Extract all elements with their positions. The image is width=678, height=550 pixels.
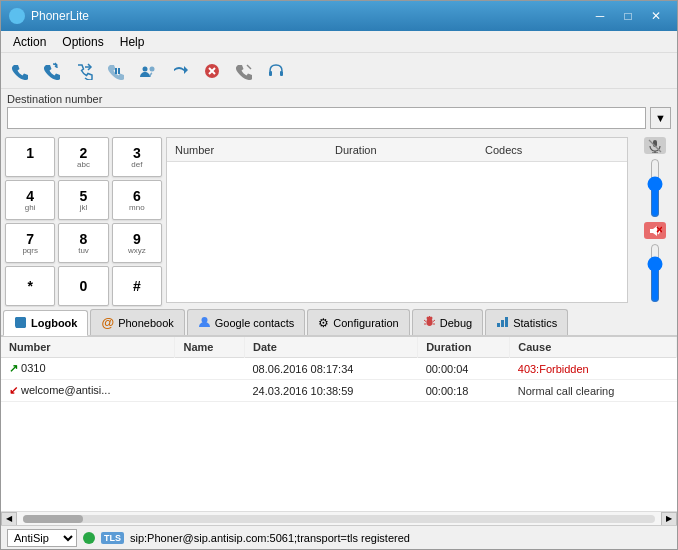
tab-google-contacts[interactable]: Google contacts xyxy=(187,309,306,335)
col-date: Date xyxy=(244,337,417,358)
destination-input[interactable] xyxy=(7,107,646,129)
scroll-right-button[interactable]: ▶ xyxy=(661,512,677,526)
col-number: Number xyxy=(1,337,175,358)
row-date: 08.06.2016 08:17:34 xyxy=(244,358,417,380)
svg-line-8 xyxy=(247,65,251,69)
destination-dropdown[interactable]: ▼ xyxy=(650,107,671,129)
destination-area: Destination number ▼ xyxy=(1,89,677,133)
dialpad-key-1[interactable]: 1 xyxy=(5,137,55,177)
dialpad-key-7[interactable]: 7 pqrs xyxy=(5,223,55,263)
dialpad-key-3[interactable]: 3 def xyxy=(112,137,162,177)
dialpad-key-8[interactable]: 8 tuv xyxy=(58,223,108,263)
svg-point-4 xyxy=(150,66,155,71)
tab-statistics[interactable]: Statistics xyxy=(485,309,568,335)
config-tab-icon: ⚙ xyxy=(318,316,329,330)
tab-debug[interactable]: Debug xyxy=(412,309,483,335)
dialpad-key-hash[interactable]: # xyxy=(112,266,162,306)
mic-volume-slider[interactable] xyxy=(645,158,665,218)
call-button[interactable] xyxy=(5,56,35,86)
log-scroll[interactable]: Number Name Date Duration Cause ↗ 0310 0… xyxy=(1,337,677,467)
log-table-area: Number Name Date Duration Cause ↗ 0310 0… xyxy=(1,337,677,511)
app-icon xyxy=(9,8,25,24)
svg-rect-26 xyxy=(497,323,500,327)
scroll-left-button[interactable]: ◀ xyxy=(1,512,17,526)
minimize-button[interactable]: ─ xyxy=(587,6,613,26)
main-content: 1 2 abc 3 def 4 ghi 5 jkl 6 mno xyxy=(1,133,677,307)
logbook-row[interactable]: ↗ 0310 08.06.2016 08:17:34 00:00:04 403:… xyxy=(1,358,677,380)
statistics-tab-icon xyxy=(496,315,509,331)
destination-label: Destination number xyxy=(7,93,671,105)
contacts-button[interactable] xyxy=(133,56,163,86)
tab-phonebook[interactable]: @ Phonebook xyxy=(90,309,184,335)
maximize-button[interactable]: □ xyxy=(615,6,641,26)
menu-action[interactable]: Action xyxy=(5,33,54,51)
phonebook-tab-icon: @ xyxy=(101,315,114,330)
phonebook-tab-label: Phonebook xyxy=(118,317,174,329)
dialpad-key-star[interactable]: * xyxy=(5,266,55,306)
speaker-volume-slider[interactable] xyxy=(645,243,665,303)
reject-button[interactable] xyxy=(197,56,227,86)
active-call-button[interactable] xyxy=(229,56,259,86)
scroll-thumb[interactable] xyxy=(23,515,83,523)
svg-rect-9 xyxy=(269,71,272,76)
dialpad-key-5[interactable]: 5 jkl xyxy=(58,180,108,220)
close-button[interactable]: ✕ xyxy=(643,6,669,26)
col-duration: Duration xyxy=(418,337,510,358)
dialpad-key-4[interactable]: 4 ghi xyxy=(5,180,55,220)
dialpad: 1 2 abc 3 def 4 ghi 5 jkl 6 mno xyxy=(1,133,166,307)
window-title: PhonerLite xyxy=(31,9,587,23)
volume-area xyxy=(632,133,677,307)
tabs-bar: Logbook @ Phonebook Google contacts ⚙ Co… xyxy=(1,307,677,337)
status-bar: AntiSip TLS sip:Phoner@sip.antisip.com:5… xyxy=(1,525,677,549)
connection-status-dot xyxy=(83,532,95,544)
row-name xyxy=(175,380,245,402)
row-date: 24.03.2016 10:38:59 xyxy=(244,380,417,402)
row-duration: 00:00:18 xyxy=(418,380,510,402)
row-cause: 403:Forbidden xyxy=(510,358,677,380)
row-name xyxy=(175,358,245,380)
debug-tab-label: Debug xyxy=(440,317,472,329)
menu-options[interactable]: Options xyxy=(54,33,111,51)
main-window: PhonerLite ─ □ ✕ Action Options Help xyxy=(0,0,678,550)
debug-tab-icon xyxy=(423,315,436,331)
svg-rect-27 xyxy=(501,320,504,327)
row-duration: 00:00:04 xyxy=(418,358,510,380)
speaker-slider-area xyxy=(645,243,665,303)
account-area: AntiSip xyxy=(7,529,77,547)
dialpad-key-9[interactable]: 9 wxyz xyxy=(112,223,162,263)
tls-badge: TLS xyxy=(101,532,124,544)
window-controls: ─ □ ✕ xyxy=(587,6,669,26)
menu-help[interactable]: Help xyxy=(112,33,153,51)
mic-icon xyxy=(644,137,666,154)
dialpad-key-6[interactable]: 6 mno xyxy=(112,180,162,220)
redial-button[interactable] xyxy=(37,56,67,86)
call-list-col-number: Number xyxy=(167,144,327,156)
svg-point-3 xyxy=(143,66,148,71)
call-direction-icon: ↗ xyxy=(9,362,18,374)
speaker-icon xyxy=(644,222,666,239)
tab-logbook[interactable]: Logbook xyxy=(3,310,88,336)
dialpad-key-0[interactable]: 0 xyxy=(58,266,108,306)
horizontal-scrollbar[interactable]: ◀ ▶ xyxy=(1,511,677,525)
svg-rect-2 xyxy=(118,68,120,74)
transfer-button[interactable] xyxy=(69,56,99,86)
google-contacts-tab-label: Google contacts xyxy=(215,317,295,329)
logbook-header-row: Number Name Date Duration Cause xyxy=(1,337,677,358)
tab-configuration[interactable]: ⚙ Configuration xyxy=(307,309,409,335)
col-cause: Cause xyxy=(510,337,677,358)
svg-rect-10 xyxy=(280,71,283,76)
account-selector[interactable]: AntiSip xyxy=(7,529,77,547)
scroll-track xyxy=(23,515,655,523)
dialpad-key-2[interactable]: 2 abc xyxy=(58,137,108,177)
forward-button[interactable] xyxy=(165,56,195,86)
configuration-tab-label: Configuration xyxy=(333,317,398,329)
logbook-row[interactable]: ↙ welcome@antisi... 24.03.2016 10:38:59 … xyxy=(1,380,677,402)
row-number: ↗ 0310 xyxy=(1,358,175,380)
statistics-tab-label: Statistics xyxy=(513,317,557,329)
headset-button[interactable] xyxy=(261,56,291,86)
row-cause: Normal call clearing xyxy=(510,380,677,402)
logbook-table: Number Name Date Duration Cause ↗ 0310 0… xyxy=(1,337,677,402)
call-list-body xyxy=(167,162,627,302)
call-list-col-duration: Duration xyxy=(327,144,477,156)
hold-button[interactable] xyxy=(101,56,131,86)
